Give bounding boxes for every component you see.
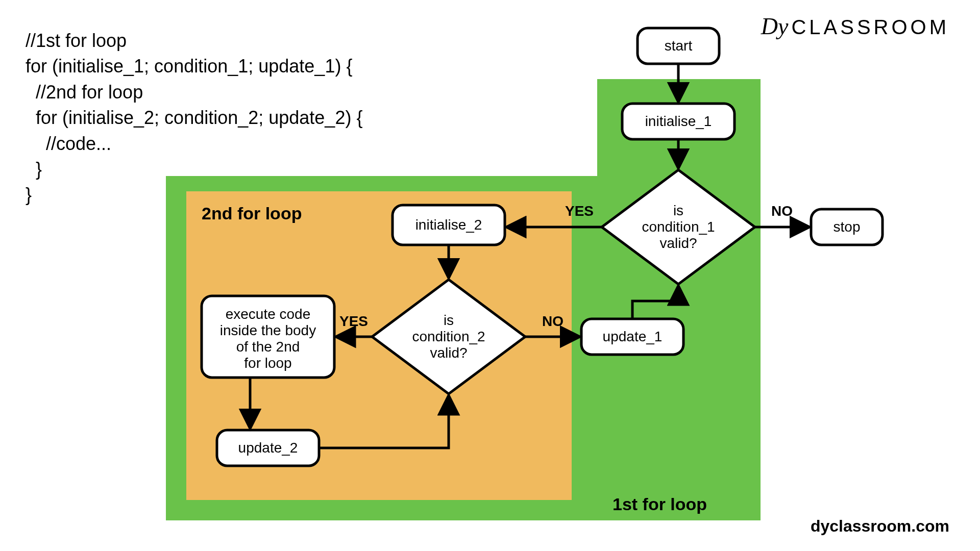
- inner-loop-title: 2nd for loop: [202, 204, 302, 223]
- cond1-l3: valid?: [659, 235, 697, 251]
- cond2-no-label: NO: [542, 313, 564, 329]
- start-label: start: [665, 38, 693, 54]
- exec-l2: inside the body: [220, 322, 316, 338]
- exec-l4: for loop: [244, 355, 291, 371]
- update1-label: update_1: [603, 329, 663, 344]
- cond1-l1: is: [673, 203, 683, 218]
- init1-label: initialise_1: [645, 113, 712, 129]
- cond2-yes-label: YES: [339, 313, 368, 329]
- cond1-no-label: NO: [771, 203, 793, 219]
- cond2-l2: condition_2: [412, 329, 485, 344]
- init2-label: initialise_2: [415, 217, 482, 233]
- cond2-l3: valid?: [430, 345, 467, 361]
- outer-loop-title: 1st for loop: [612, 494, 707, 514]
- cond1-l2: condition_1: [642, 219, 715, 235]
- stop-label: stop: [834, 219, 861, 235]
- exec-l3: of the 2nd: [236, 339, 300, 355]
- cond2-l1: is: [444, 312, 454, 328]
- flowchart-diagram: 2nd for loop 1st for loop start initiali…: [0, 0, 980, 551]
- update2-label: update_2: [238, 440, 298, 456]
- exec-l1: execute code: [226, 306, 311, 322]
- cond1-yes-label: YES: [565, 203, 594, 219]
